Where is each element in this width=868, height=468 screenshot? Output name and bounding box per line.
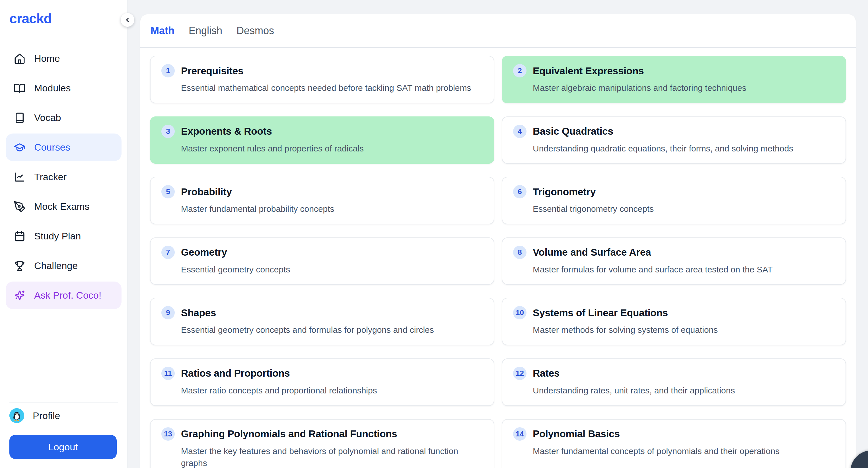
course-title: Basic Quadratics [533,126,613,137]
course-number-badge: 13 [161,427,175,441]
app-logo: crackd [9,11,127,27]
sidebar-item-home[interactable]: Home [6,45,122,72]
sidebar-item-study-plan[interactable]: Study Plan [6,222,122,250]
sidebar-item-label: Home [34,53,60,64]
sidebar-item-label: Challenge [34,260,78,271]
course-description: Master methods for solving systems of eq… [533,324,835,336]
sidebar: crackd Home Modules Vocab Courses [0,0,127,468]
course-card[interactable]: 9Shapes Essential geometry concepts and … [150,298,494,345]
home-icon [14,53,26,65]
sidebar-item-label: Vocab [34,112,61,123]
course-number-badge: 8 [513,246,526,259]
course-number-badge: 7 [161,246,175,259]
sidebar-item-mock-exams[interactable]: Mock Exams [6,193,122,220]
course-description: Essential geometry concepts [181,263,484,276]
course-title: Prerequisites [181,65,243,76]
sidebar-item-ask-prof-coco[interactable]: Ask Prof. Coco! [6,282,122,309]
course-description: Master ratio concepts and proportional r… [181,384,484,397]
course-title: Equivalent Expressions [533,65,644,76]
course-card[interactable]: 4Basic Quadratics Understanding quadrati… [502,117,846,164]
book-open-icon [14,82,26,94]
course-card[interactable]: 3Exponents & Roots Master exponent rules… [150,117,494,164]
sidebar-item-courses[interactable]: Courses [6,133,122,161]
course-title: Trigonometry [533,186,596,197]
course-number-badge: 4 [513,125,526,138]
course-title: Volume and Surface Area [533,247,651,258]
sidebar-item-label: Modules [34,83,71,94]
chevron-left-icon [124,16,131,24]
course-description: Understanding quadratic equations, their… [533,143,835,155]
course-number-badge: 6 [513,185,526,198]
course-card[interactable]: 8Volume and Surface Area Master formulas… [502,238,846,285]
penguin-avatar [9,408,24,423]
sidebar-item-label: Ask Prof. Coco! [34,290,101,301]
course-card[interactable]: 12Rates Understanding rates, unit rates,… [502,358,846,406]
course-number-badge: 2 [513,64,526,77]
tab-english[interactable]: English [189,25,222,37]
course-number-badge: 3 [161,125,175,138]
course-description: Essential trigonometry concepts [533,203,835,215]
sidebar-item-tracker[interactable]: Tracker [6,163,122,191]
course-description: Essential geometry concepts and formulas… [181,324,484,336]
sidebar-collapse-button[interactable] [121,13,134,27]
calendar-icon [14,230,26,242]
tab-desmos[interactable]: Desmos [237,25,274,37]
course-card[interactable]: 13Graphing Polynomials and Rational Func… [150,419,494,468]
course-description: Master fundamental probability concepts [181,203,484,215]
graduation-cap-icon [14,142,26,153]
course-title: Systems of Linear Equations [533,307,668,318]
course-card[interactable]: 14Polynomial Basics Master fundamental c… [502,419,846,468]
course-number-badge: 12 [513,367,526,380]
tab-math[interactable]: Math [151,25,175,37]
course-title: Probability [181,186,232,197]
sidebar-item-label: Mock Exams [34,201,90,212]
course-card[interactable]: 5Probability Master fundamental probabil… [150,177,494,224]
course-title: Exponents & Roots [181,126,272,137]
sidebar-item-label: Courses [34,142,70,153]
course-description: Master the key features and behaviors of… [181,445,484,468]
course-title: Rates [533,368,559,379]
course-description: Essential mathematical concepts needed b… [181,82,484,94]
course-card[interactable]: 7Geometry Essential geometry concepts [150,238,494,285]
course-card[interactable]: 11Ratios and Proportions Master ratio co… [150,358,494,406]
course-number-badge: 11 [161,367,175,380]
course-grid: 1Prerequisites Essential mathematical co… [140,48,856,468]
logout-button[interactable]: Logout [9,435,117,459]
course-title: Polynomial Basics [533,428,620,440]
course-card[interactable]: 10Systems of Linear Equations Master met… [502,298,846,345]
sparkles-icon [14,289,26,302]
sidebar-item-label: Tracker [34,171,67,183]
tab-bar: Math English Desmos [140,14,856,48]
sidebar-divider [9,402,118,403]
pen-tool-icon [14,201,26,213]
sidebar-item-vocab[interactable]: Vocab [6,104,122,131]
course-number-badge: 9 [161,306,175,319]
course-title: Shapes [181,307,216,318]
course-title: Graphing Polynomials and Rational Functi… [181,428,397,440]
course-card[interactable]: 1Prerequisites Essential mathematical co… [150,56,494,103]
course-description: Master exponent rules and properties of … [181,143,484,155]
sidebar-nav: Home Modules Vocab Courses Tracker [0,45,127,309]
course-title: Geometry [181,247,227,258]
main-panel: Math English Desmos 1Prerequisites Essen… [140,14,856,468]
course-title: Ratios and Proportions [181,368,290,379]
course-description: Master formulas for volume and surface a… [533,263,835,276]
trophy-icon [14,260,26,272]
course-number-badge: 10 [513,306,526,319]
course-card[interactable]: 2Equivalent Expressions Master algebraic… [502,56,846,103]
course-description: Master fundamental concepts of polynomia… [533,445,835,458]
profile-label: Profile [33,410,60,421]
course-number-badge: 1 [161,64,175,77]
book-icon [14,112,26,124]
sidebar-item-modules[interactable]: Modules [6,74,122,102]
course-description: Understanding rates, unit rates, and the… [533,384,835,397]
sidebar-item-challenge[interactable]: Challenge [6,252,122,280]
course-card[interactable]: 6Trigonometry Essential trigonometry con… [502,177,846,224]
course-description: Master algebraic manipulations and facto… [533,82,835,94]
chart-line-icon [14,171,26,183]
course-number-badge: 5 [161,185,175,198]
sidebar-item-label: Study Plan [34,230,81,242]
profile-item[interactable]: Profile [9,407,118,424]
course-number-badge: 14 [513,427,526,441]
